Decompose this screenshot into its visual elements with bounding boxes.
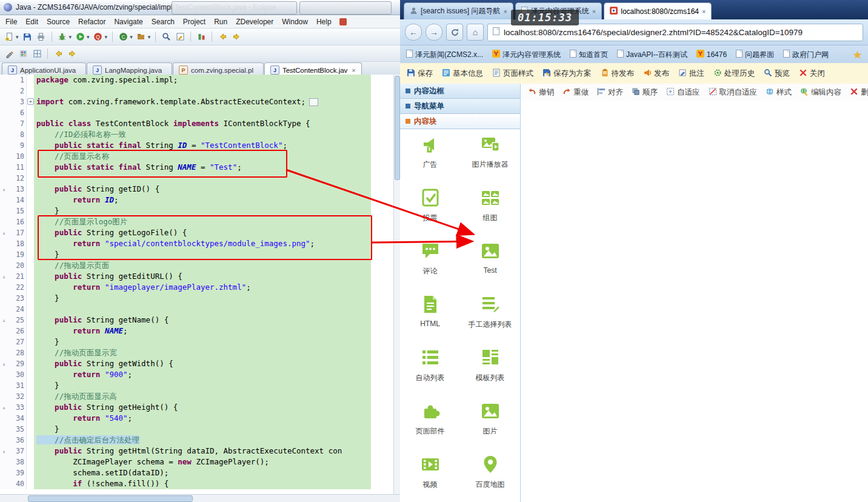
menu-item[interactable]: Source (42, 16, 74, 27)
back-button[interactable] (52, 47, 64, 59)
code-line[interactable]: ▵29 public String getWidth() { (0, 358, 394, 369)
menu-item[interactable]: Help (312, 16, 336, 27)
back-button[interactable]: ← (405, 24, 422, 41)
canvas-toolbar-button[interactable]: 对齐 (597, 87, 623, 98)
dropdown-caret[interactable]: ▾ (105, 34, 108, 40)
pencil-button[interactable] (3, 47, 15, 59)
code-line[interactable]: ▵13 public String getID() { (0, 184, 394, 195)
canvas-toolbar-button[interactable]: 自适应 (666, 87, 700, 98)
menu-item[interactable]: Window (278, 16, 312, 27)
code-line[interactable]: 18 return "special/contentblocktypes/mod… (0, 238, 394, 249)
content-block-item[interactable]: Test (460, 236, 520, 289)
bookmark-item[interactable]: 政府门户网 (783, 50, 829, 60)
dropdown-caret[interactable]: ▾ (87, 34, 90, 40)
designer-toolbar-button[interactable]: 页面样式 (492, 69, 533, 79)
scrollbar-thumb[interactable] (28, 495, 193, 502)
content-block-item[interactable]: 模板列表 (460, 343, 520, 396)
code-line[interactable]: ▵21 public String getEditURL() { (0, 271, 394, 282)
designer-toolbar-button[interactable]: 预览 (764, 69, 790, 79)
canvas-toolbar-button[interactable]: 重做 (563, 87, 589, 98)
content-block-item[interactable]: 自动列表 (400, 343, 460, 396)
bookmark-item[interactable]: JavaAPI--百科测试 (617, 50, 687, 60)
dropdown-caret[interactable]: ▾ (148, 34, 151, 40)
designer-toolbar-button[interactable]: 发布 (643, 69, 669, 79)
editor-horizontal-scrollbar[interactable] (0, 494, 400, 502)
browser-tab[interactable]: [search issues] 问题导航 × (404, 2, 513, 19)
code-line[interactable]: 16 //页面显示logo图片 (0, 216, 394, 227)
code-line[interactable]: 22 return "imageplayer/imagePlayer.zhtml… (0, 282, 394, 293)
code-line[interactable]: 3import com.zving.framework.template.Abs… (0, 96, 394, 107)
code-editor[interactable]: 1package com.zving.special.impl;23import… (0, 75, 400, 495)
code-line[interactable]: 6 (0, 107, 394, 118)
tab-close-icon[interactable]: × (702, 8, 706, 15)
search-button[interactable] (160, 31, 172, 43)
code-line[interactable]: 7public class TestContentBlock implement… (0, 118, 394, 129)
content-block-item[interactable]: 图片 (460, 396, 520, 449)
designer-toolbar-button[interactable]: 批注 (678, 69, 704, 79)
canvas-toolbar-button[interactable]: 顺序 (632, 87, 658, 98)
tab-close-icon[interactable]: × (592, 8, 596, 15)
home-button[interactable]: ⌂ (467, 24, 484, 41)
code-line[interactable]: 10 //页面显示名称 (0, 151, 394, 162)
fwd-button[interactable] (230, 31, 242, 43)
content-block-item[interactable]: 百度地图 (460, 449, 520, 502)
code-line[interactable]: 11 public static final String NAME = "Te… (0, 162, 394, 173)
bookmark-item[interactable]: 泽元内容管理系统 (492, 50, 561, 60)
code-line[interactable]: 12 (0, 173, 394, 184)
code-line[interactable]: 35 } (0, 424, 394, 435)
code-line[interactable]: 27 } (0, 336, 394, 347)
code-line[interactable]: 31 } (0, 380, 394, 391)
refresh-button[interactable] (446, 24, 463, 41)
browser-tab[interactable]: localhost:8080/zcms164 × (604, 2, 712, 19)
code-line[interactable]: 23 } (0, 293, 394, 304)
code-line[interactable]: 19 } (0, 249, 394, 260)
qrun-button[interactable]: Q (92, 31, 104, 43)
content-block-item[interactable]: 视频 (400, 449, 460, 502)
canvas-toolbar-button[interactable]: 删除 (850, 87, 868, 98)
tab-close-icon[interactable]: × (352, 67, 355, 74)
content-block-item[interactable]: 页面部件 (400, 396, 460, 449)
sidebar-section-header[interactable]: 内容边框 (400, 84, 520, 99)
newwiz-button[interactable] (3, 31, 15, 43)
menu-item[interactable]: File (1, 16, 21, 27)
code-line[interactable]: 1package com.zving.special.impl; (0, 75, 394, 85)
code-line[interactable]: 8 //ID必须和名称一致 (0, 129, 394, 140)
designer-toolbar-button[interactable]: 保存为方案 (542, 69, 592, 79)
scrollbar-thumb[interactable] (395, 76, 400, 180)
code-line[interactable]: 15 } (0, 206, 394, 216)
menu-item[interactable]: Project (179, 16, 210, 27)
grid-button[interactable] (31, 47, 43, 59)
fwd-button[interactable] (66, 47, 78, 59)
code-line[interactable]: 28 //拖动页面显示宽 (0, 347, 394, 358)
code-line[interactable]: 38 ZCImagePlayer schema = new ZCImagePla… (0, 457, 394, 467)
debug-button[interactable] (56, 31, 68, 43)
canvas-toolbar-button[interactable]: 取消自适应 (709, 87, 758, 98)
content-block-item[interactable]: 组图 (460, 182, 520, 236)
code-line[interactable]: 36 //点击确定后台方法处理 (0, 435, 394, 446)
newclass-button[interactable]: C (117, 31, 129, 43)
code-line[interactable]: 20 //拖动显示页面 (0, 260, 394, 271)
coverage-button[interactable] (195, 31, 207, 43)
content-block-item[interactable]: 评论 (400, 236, 460, 289)
palette-button[interactable] (17, 47, 29, 59)
code-line[interactable]: ▵25 public String getName() { (0, 315, 394, 326)
content-block-item[interactable]: HTML (400, 289, 460, 343)
menu-item[interactable]: Run (210, 16, 232, 27)
dropdown-caret[interactable]: ▾ (130, 34, 133, 40)
code-line[interactable]: 26 return NAME; (0, 326, 394, 336)
code-line[interactable]: 30 return "900"; (0, 369, 394, 380)
content-block-item[interactable]: 广告 (400, 129, 460, 182)
code-line[interactable]: 40 if (!schema.fill()) { (0, 478, 394, 489)
bookmark-item[interactable]: 知道首页 (570, 50, 608, 60)
save-button[interactable] (21, 31, 33, 43)
designer-toolbar-button[interactable]: 处理历史 (713, 69, 755, 79)
dropdown-caret[interactable]: ▾ (16, 34, 19, 40)
bookmarks-overflow-star[interactable] (853, 50, 862, 59)
newpkg-button[interactable] (135, 31, 147, 43)
code-line[interactable]: ▵37 public String getHtml(String dataID,… (0, 446, 394, 457)
canvas-toolbar-button[interactable]: 样式 (766, 87, 792, 98)
forward-button[interactable]: → (426, 24, 442, 41)
bookmark-item[interactable]: 泽元新闻(ZCMS2.x... (406, 50, 483, 60)
menu-item[interactable]: Navigate (110, 16, 147, 27)
code-line[interactable]: 24 (0, 304, 394, 315)
